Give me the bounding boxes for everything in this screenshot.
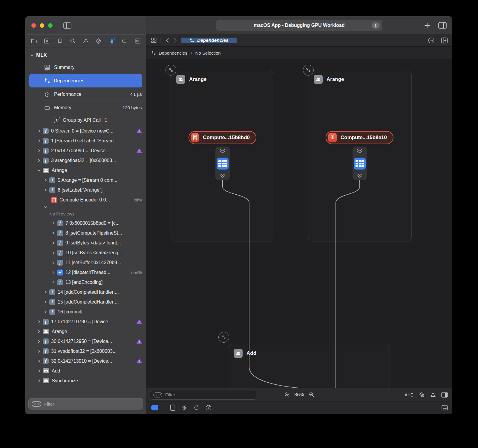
sidebar-toggle-icon[interactable] [63,22,71,29]
tree-item[interactable]: f30 0x142712950 = [Device... [25,336,146,346]
zoom-in-button[interactable] [309,392,315,398]
disclosure-open-icon[interactable] [30,53,34,57]
tree-item[interactable]: f9 [setBytes:<data> lengt... [25,238,146,248]
disclosure-closed-icon[interactable] [52,271,55,274]
tree-item[interactable]: f15 [addCompletedHandler:... [25,297,146,307]
tab-overview-icon[interactable] [438,22,447,29]
tree-item[interactable]: f10 [setBytes:<data> leng... [25,248,146,258]
performance-gauge-icon[interactable] [205,404,212,411]
forward-button[interactable] [171,36,179,44]
back-button[interactable] [163,36,171,44]
warning-toggle-icon[interactable] [430,392,436,398]
sidebar-item-dependencies[interactable]: Dependencies [29,74,142,87]
zoom-out-button[interactable] [284,392,290,398]
disclosure-closed-icon[interactable] [52,281,55,284]
tree-item[interactable]: f14 [addCompletedHandler:... [25,287,146,297]
add-editor-icon[interactable] [441,37,448,44]
tree-item[interactable]: f1 [Stream 0 setLabel:"Stream... [25,136,146,146]
tree-item[interactable]: Arange [25,327,146,336]
disclosure-closed-icon[interactable] [37,159,41,162]
disclosure-closed-icon[interactable] [37,139,41,143]
collapse-group-button[interactable] [303,65,314,76]
collapse-group-button[interactable] [218,332,229,343]
disclosure-closed-icon[interactable] [44,188,48,192]
group-by-stepper-icon[interactable] [104,118,108,123]
tree-item[interactable]: Synchronize [25,376,146,386]
disclosure-open-icon[interactable] [44,205,48,209]
buffer-port-widget[interactable] [353,147,367,180]
disclosure-closed-icon[interactable] [37,359,41,363]
dependency-graph-canvas[interactable]: Arange Arange Add [146,59,452,388]
disclosure-closed-icon[interactable] [37,369,41,373]
tab-dependencies[interactable]: Dependencies [181,38,237,43]
disclosure-closed-icon[interactable] [44,310,48,314]
disclosure-closed-icon[interactable] [37,379,41,383]
debug-navigator-icon[interactable] [107,36,116,45]
compute-encoder-node[interactable]: Compute...15b8bd0 [189,131,256,144]
minimize-window-button[interactable] [40,23,44,28]
tree-item[interactable]: f8 [setComputePipelineSt... [25,228,146,238]
disclosure-closed-icon[interactable] [52,261,55,264]
sidebar-item-performance[interactable]: Performance< 1 µs [25,87,146,101]
reload-icon[interactable] [193,405,200,411]
disclosure-closed-icon[interactable] [52,251,55,255]
disclosure-closed-icon[interactable] [37,350,41,353]
bookmark-navigator-icon[interactable] [55,36,64,45]
tree-item[interactable]: f7 0x6000015b8bd0 = [c... [25,218,146,228]
tree-item[interactable]: f3 arangefloat32 = [0x600003... [25,156,146,165]
scope-selector[interactable]: All [405,392,413,397]
disclosure-closed-icon[interactable] [37,149,41,153]
project-navigator-icon[interactable] [29,36,38,45]
capture-navigator-icon[interactable] [42,36,51,45]
tree-item[interactable]: Arange [25,165,146,175]
tree-item[interactable]: f0 Stream 0 = [Device newC... [25,126,146,136]
disclosure-closed-icon[interactable] [44,300,48,304]
issues-navigator-icon[interactable] [81,36,90,45]
disclosure-closed-icon[interactable] [37,320,41,324]
tree-item[interactable]: 12 [dispatchThread...nan% [25,267,146,277]
tree-item[interactable]: f5 Arange = [Stream 0 com... [25,175,146,185]
disclosure-open-icon[interactable] [37,169,41,172]
tree-item[interactable]: f6 [setLabel:"Arange"] [25,185,146,195]
tree-item[interactable]: f17 0x142710730 = [Device... [25,317,146,327]
sidebar-item-summary[interactable]: Summary [25,61,146,74]
tree-item[interactable]: Add [25,366,146,376]
tree-item[interactable]: f2 0x14270b990 = [Device... [25,146,146,156]
disclosure-closed-icon[interactable] [37,129,41,133]
frame-bounds-icon[interactable] [170,404,175,411]
graph-filter-input[interactable] [165,392,253,398]
search-navigator-icon[interactable] [68,36,77,45]
disclosure-closed-icon[interactable] [52,241,55,245]
group-by-selector[interactable]: CGroup by API Call [25,114,146,126]
tree-item[interactable]: f31 vvaddfloat32 = [0x600003... [25,346,146,356]
buffer-grid-icon[interactable] [354,158,366,170]
sidebar-filter-input[interactable] [44,401,140,407]
disclosure-closed-icon[interactable] [44,178,48,182]
tests-navigator-icon[interactable] [94,36,103,45]
settings-gear-icon[interactable] [419,392,425,398]
disclosure-closed-icon[interactable] [37,330,41,333]
tree-item[interactable]: Compute Encoder 0 0...inf% [25,195,146,205]
tab-grid-icon[interactable] [151,37,157,44]
more-options-icon[interactable] [428,37,435,44]
collapse-group-button[interactable] [166,65,176,76]
bottom-panel-icon[interactable] [442,405,448,410]
tree-item[interactable]: f16 [commit] [25,307,146,317]
gpu-capture-icon[interactable] [151,405,158,410]
disclosure-closed-icon[interactable] [52,231,55,235]
new-tab-button[interactable] [424,22,430,29]
sidebar-filter-field[interactable] [28,398,143,409]
disclosure-closed-icon[interactable] [44,290,48,294]
close-window-button[interactable] [31,23,36,28]
tree-item[interactable]: f32 0x142713910 = [Device... [25,356,146,366]
graph-filter-field[interactable] [150,390,256,400]
breadcrumb-item[interactable]: Dependencies [159,50,187,56]
inspector-panel-icon[interactable] [441,392,448,398]
tree-item[interactable]: f11 [setBuffer:0x14270b9... [25,258,146,267]
buffer-grid-icon[interactable] [217,158,229,170]
disclosure-closed-icon[interactable] [37,340,41,343]
zoom-level[interactable]: 36% [294,392,304,398]
previews-disclosure[interactable] [25,205,146,209]
active-window-tab[interactable]: macOS App - Debugging GPU Workload 2 [216,20,382,31]
compute-encoder-node[interactable]: Compute...15b8e10 [326,131,393,144]
